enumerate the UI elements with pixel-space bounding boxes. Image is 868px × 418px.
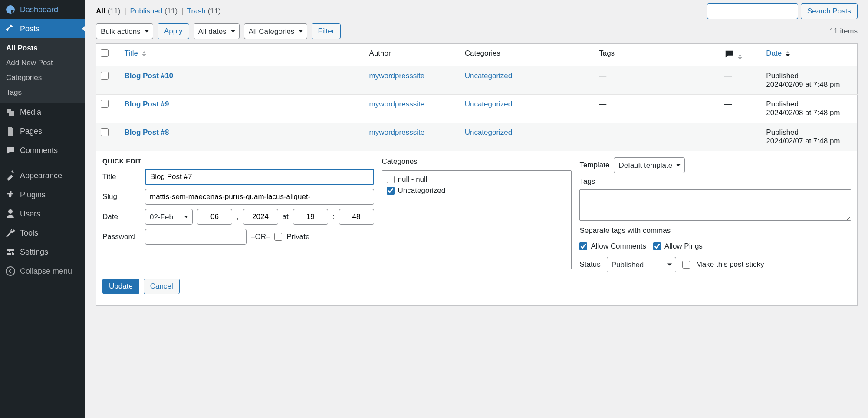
qe-hour-input[interactable] (293, 209, 328, 225)
filter-published[interactable]: Published (130, 7, 163, 15)
quick-edit-legend: Quick Edit (102, 157, 374, 165)
column-title[interactable]: Title (120, 44, 365, 66)
qe-cat-uncat-checkbox[interactable] (387, 187, 395, 195)
qe-title-input[interactable] (145, 169, 374, 185)
qe-slug-input[interactable] (145, 189, 374, 205)
qe-date-label: Date (102, 212, 141, 221)
menu-pages[interactable]: Pages (0, 122, 85, 141)
sort-icon (786, 51, 790, 56)
qe-sticky-checkbox[interactable] (682, 261, 690, 269)
post-title-link[interactable]: Blog Post #10 (125, 72, 173, 80)
menu-plugins[interactable]: Plugins (0, 185, 85, 204)
post-title-link[interactable]: Blog Post #9 (125, 100, 169, 108)
search-posts-button[interactable]: Search Posts (801, 3, 858, 19)
row-checkbox[interactable] (101, 100, 108, 108)
qe-cat-null-checkbox[interactable] (387, 176, 395, 183)
qe-slug-label: Slug (102, 192, 141, 201)
post-author-link[interactable]: mywordpresssite (369, 72, 425, 80)
qe-cat-uncategorized[interactable]: Uncategorized (387, 186, 567, 195)
column-categories: Categories (460, 44, 595, 66)
menu-media[interactable]: Media (0, 103, 85, 122)
qe-template-label: Template (579, 161, 609, 169)
pages-icon (5, 126, 16, 136)
qe-template-select[interactable]: Default template (614, 157, 685, 173)
menu-tools[interactable]: Tools (0, 223, 85, 242)
post-category-link[interactable]: Uncategorized (465, 128, 513, 136)
main-content: All (11) | Published (11) | Trash (11) S… (85, 0, 868, 418)
category-filter-select[interactable]: All Categories (244, 23, 307, 39)
dashboard-icon (5, 4, 16, 15)
posts-table: Title Author Categories Tags Date B (96, 43, 858, 306)
qe-categories-box[interactable]: null - null Uncategorized (382, 170, 572, 269)
row-checkbox[interactable] (101, 72, 108, 80)
post-tags: — (595, 95, 720, 123)
submenu-categories[interactable]: Categories (0, 70, 85, 85)
submenu-add-new-post[interactable]: Add New Post (0, 56, 85, 70)
post-category-link[interactable]: Uncategorized (465, 72, 513, 80)
apply-button[interactable]: Apply (158, 23, 189, 39)
qe-tags-label: Tags (579, 177, 851, 186)
pin-icon (5, 23, 16, 34)
menu-settings[interactable]: Settings (0, 242, 85, 262)
post-author-link[interactable]: mywordpresssite (369, 100, 425, 108)
submenu-all-posts[interactable]: All Posts (0, 41, 85, 56)
menu-dashboard-label: Dashboard (20, 5, 58, 14)
search-input[interactable] (707, 3, 798, 19)
qe-allow-pings-label: Allow Pings (664, 242, 703, 251)
row-checkbox[interactable] (101, 128, 108, 136)
menu-settings-label: Settings (20, 248, 48, 257)
menu-posts[interactable]: Posts (0, 19, 85, 38)
post-category-link[interactable]: Uncategorized (465, 100, 513, 108)
filter-button[interactable]: Filter (312, 23, 341, 39)
qe-allow-pings-checkbox[interactable] (653, 242, 661, 250)
menu-comments[interactable]: Comments (0, 141, 85, 160)
menu-media-label: Media (20, 108, 41, 117)
filter-all[interactable]: All (96, 7, 105, 15)
select-all-checkbox[interactable] (101, 49, 108, 57)
qe-title-label: Title (102, 173, 141, 181)
menu-users[interactable]: Users (0, 204, 85, 223)
post-date: Published 2024/02/08 at 7:48 pm (762, 95, 857, 123)
qe-year-input[interactable] (243, 209, 278, 225)
qe-cancel-button[interactable]: Cancel (144, 279, 180, 294)
qe-at-label: at (283, 212, 289, 221)
qe-allow-comments-checkbox[interactable] (579, 242, 587, 250)
post-author-link[interactable]: mywordpresssite (369, 128, 425, 136)
table-row: Blog Post #9 mywordpresssite Uncategoriz… (96, 95, 858, 123)
qe-tags-textarea[interactable] (579, 189, 851, 221)
qe-password-input[interactable] (145, 229, 247, 245)
submenu-tags[interactable]: Tags (0, 85, 85, 100)
menu-comments-label: Comments (20, 146, 58, 155)
menu-dashboard[interactable]: Dashboard (0, 0, 85, 19)
post-tags: — (595, 66, 720, 95)
qe-categories-label: Categories (382, 157, 572, 166)
column-comments[interactable] (720, 44, 762, 66)
qe-status-select[interactable]: Published (607, 257, 676, 272)
filter-trash-count: (11) (207, 7, 220, 15)
menu-pages-label: Pages (20, 127, 42, 136)
column-date[interactable]: Date (762, 44, 857, 66)
qe-minute-input[interactable] (339, 209, 374, 225)
collapse-menu[interactable]: Collapse menu (0, 262, 85, 281)
table-row: Blog Post #8 mywordpresssite Uncategoriz… (96, 123, 858, 151)
view-filters: All (11) | Published (11) | Trash (11) (96, 7, 221, 16)
collapse-icon (5, 266, 16, 276)
qe-update-button[interactable]: Update (102, 279, 139, 294)
qe-private-checkbox[interactable] (274, 233, 282, 241)
filter-trash[interactable]: Trash (187, 7, 206, 15)
table-row: Blog Post #10 mywordpresssite Uncategori… (96, 66, 858, 95)
qe-month-select[interactable]: 02-Feb (145, 209, 193, 225)
qe-password-label: Password (102, 232, 141, 241)
date-filter-select[interactable]: All dates (194, 23, 240, 39)
bulk-actions-select[interactable]: Bulk actions (96, 23, 153, 39)
qe-day-input[interactable] (197, 209, 232, 225)
qe-cat-null[interactable]: null - null (387, 175, 567, 184)
menu-appearance[interactable]: Appearance (0, 166, 85, 185)
post-comments: — (720, 66, 762, 95)
column-tags: Tags (595, 44, 720, 66)
admin-sidebar: Dashboard Posts All Posts Add New Post C… (0, 0, 85, 418)
menu-users-label: Users (20, 209, 40, 219)
post-title-link[interactable]: Blog Post #8 (125, 128, 169, 136)
comment-bubble-icon (724, 52, 734, 60)
plugins-icon (5, 189, 16, 200)
